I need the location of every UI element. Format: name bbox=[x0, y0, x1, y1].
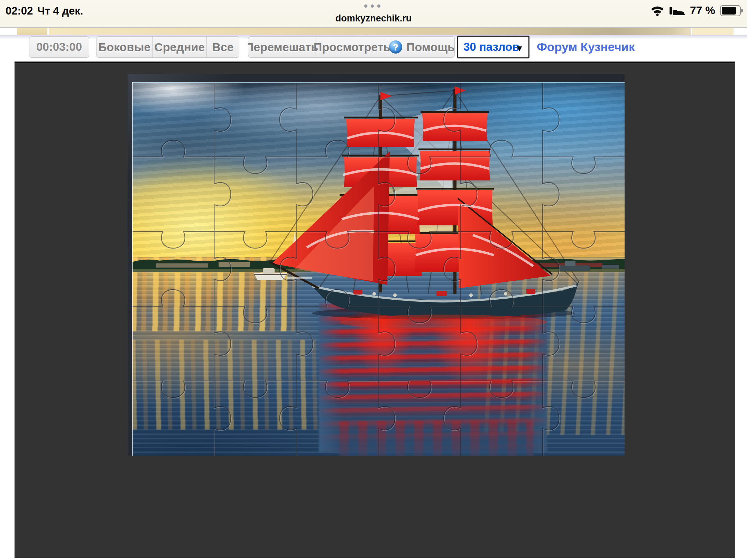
help-button-label: Помощь bbox=[406, 40, 455, 54]
battery-percent: 77 % bbox=[690, 4, 715, 17]
chevron-down-icon: ▼ bbox=[515, 44, 524, 53]
puzzle-image[interactable] bbox=[132, 82, 625, 456]
screen: 02:02 Чт 4 дек. ••• domkyznechik.ru 77 % bbox=[0, 0, 747, 560]
filter-middle-pieces-button[interactable]: Средние bbox=[153, 37, 206, 57]
status-bar: 02:02 Чт 4 дек. ••• domkyznechik.ru 77 % bbox=[0, 0, 747, 28]
battery-fill bbox=[722, 7, 736, 15]
tab-overflow-dots-icon[interactable]: ••• bbox=[0, 0, 747, 12]
shuffle-button[interactable]: Перемешать bbox=[248, 37, 315, 57]
bed-focus-icon bbox=[669, 6, 685, 16]
band-segment-main bbox=[49, 28, 691, 35]
site-header-band bbox=[0, 28, 747, 35]
status-icons: 77 % bbox=[651, 4, 741, 17]
pieces-count-select[interactable]: 30 пазлов ▼ bbox=[457, 36, 529, 58]
band-segment-right bbox=[692, 28, 734, 35]
preview-button[interactable]: Просмотреть bbox=[315, 37, 389, 57]
timer-display: 00:03:00 bbox=[29, 36, 89, 58]
filter-edge-pieces-button[interactable]: Боковые bbox=[96, 37, 153, 57]
pieces-count-value: 30 пазлов bbox=[463, 40, 519, 54]
help-globe-icon: ? bbox=[389, 40, 402, 54]
battery-nub bbox=[741, 9, 743, 12]
puzzle-stage[interactable] bbox=[15, 62, 735, 558]
action-button-group: Перемешать Просмотреть ? Помощь bbox=[248, 36, 455, 58]
stage-top-edge bbox=[15, 62, 735, 63]
piece-filter-group: Боковые Средние Все bbox=[96, 36, 239, 58]
wifi-icon bbox=[651, 6, 664, 16]
page-title: domkyznechik.ru bbox=[0, 13, 747, 24]
battery-icon bbox=[720, 5, 741, 16]
filter-all-pieces-button[interactable]: Все bbox=[207, 37, 239, 57]
forum-link[interactable]: Форум Кузнечик bbox=[537, 40, 635, 54]
help-button[interactable]: ? Помощь bbox=[389, 37, 455, 57]
jigsaw-grid-overlay bbox=[132, 82, 625, 456]
band-segment-left bbox=[17, 28, 47, 35]
